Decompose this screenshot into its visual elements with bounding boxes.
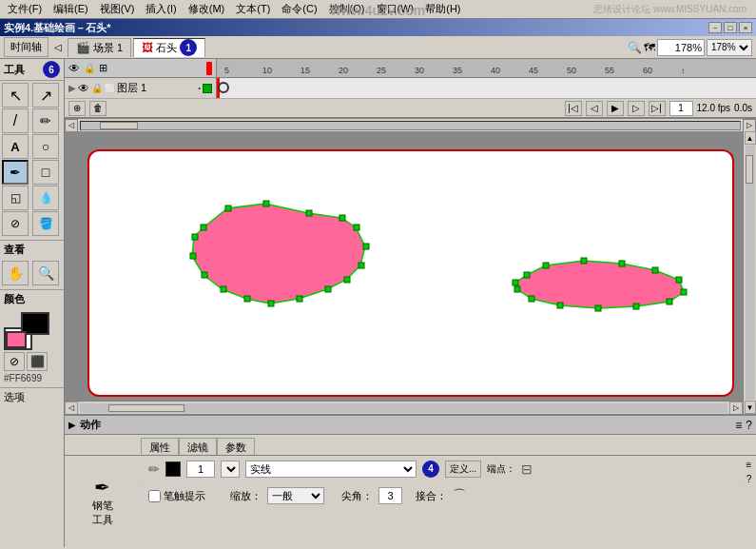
canvas-hscroll-right[interactable]: ▷ <box>729 402 743 415</box>
zoom-input[interactable] <box>657 39 705 56</box>
canvas-vscroll[interactable]: ▲ ▼ <box>743 131 756 414</box>
layer-row: ▶ 👁 🔒 ⬜ 图层 1 • <box>65 78 756 99</box>
menu-insert[interactable]: 插入(I) <box>140 0 182 18</box>
scroll-thumb[interactable] <box>100 122 138 129</box>
ruler-25: 25 <box>377 66 386 75</box>
tab-filters[interactable]: 滤镜 <box>179 438 217 455</box>
pencil-tool[interactable]: ✏ <box>32 108 59 133</box>
menu-file[interactable]: 文件(F) <box>2 0 48 18</box>
cp15 <box>202 272 207 278</box>
view-section-label: 查看 <box>0 240 64 259</box>
scale-select[interactable]: 一般 水平 垂直 <box>267 487 324 504</box>
vscroll-down-button[interactable]: ▼ <box>745 401 756 414</box>
actions-expand-icon[interactable]: ▶ <box>68 420 76 430</box>
tab-params[interactable]: 参数 <box>217 438 255 455</box>
endpoint-icon: ⊟ <box>521 461 533 477</box>
next-frame-button[interactable]: ▷ <box>628 101 645 116</box>
zoom-select[interactable]: 178% 100% 50% <box>707 39 752 56</box>
eraser-tool[interactable]: ◱ <box>2 186 29 210</box>
close-button[interactable]: × <box>739 22 752 33</box>
menu-view[interactable]: 视图(V) <box>94 0 141 18</box>
stroke-color-box[interactable] <box>165 461 181 477</box>
panel-menu-icon[interactable]: ≡ <box>735 419 742 432</box>
add-layer-button[interactable]: ⊕ <box>68 101 86 116</box>
subselect-tool[interactable]: ↗ <box>32 83 59 108</box>
cp7 <box>363 244 369 249</box>
stroke-width-select[interactable]: 1 2 3 <box>221 461 240 478</box>
cpr11 <box>557 303 563 308</box>
cp10 <box>325 286 331 292</box>
text-tool[interactable]: A <box>2 134 29 159</box>
menu-window[interactable]: 窗口(W) <box>371 0 420 18</box>
layer-lock-icon[interactable]: 🔒 <box>91 83 103 93</box>
cp12 <box>268 301 274 306</box>
scroll-left-button[interactable]: ◁ <box>65 119 78 132</box>
prev-frame-button[interactable]: ◁ <box>586 101 603 116</box>
vscroll-track[interactable] <box>746 146 755 400</box>
maximize-button[interactable]: □ <box>724 22 737 33</box>
vscroll-up-button[interactable]: ▲ <box>745 131 756 145</box>
canvas-hscroll-track[interactable] <box>80 403 727 413</box>
canvas-hscroll-left[interactable]: ◁ <box>65 402 78 415</box>
menu-modify[interactable]: 修改(M) <box>183 0 231 18</box>
cpr2 <box>543 263 549 268</box>
tab-shiTou[interactable]: 🖼 石头 1 <box>133 38 205 57</box>
canvas-hscroll[interactable]: ◁ ▷ <box>65 401 743 414</box>
zoom-tool[interactable]: 🔍 <box>32 261 59 285</box>
last-frame-button[interactable]: ▷| <box>649 101 666 116</box>
ruler-10: 10 <box>262 66 272 75</box>
vscroll-thumb[interactable] <box>746 155 753 184</box>
delete-layer-button[interactable]: 🗑 <box>89 101 107 116</box>
keyframe-empty <box>218 82 229 93</box>
inkbottle-tool[interactable]: 🪣 <box>32 211 59 236</box>
canvas-hscroll-thumb[interactable] <box>108 404 184 412</box>
layer-col-header: 👁 🔒 ⊞ <box>65 59 217 77</box>
define-button[interactable]: 定义... <box>445 461 481 478</box>
back-arrow-button[interactable]: ◁ <box>50 40 66 55</box>
stroke-icon: ✏ <box>148 461 160 477</box>
brush-hint-checkbox[interactable] <box>148 490 161 502</box>
hand-tool[interactable]: ✋ <box>2 261 29 285</box>
pen-tool-icon: ✒ <box>94 476 110 499</box>
play-button[interactable]: ▶ <box>607 101 624 116</box>
stroke-style-select[interactable]: 实线 虚线 <box>245 461 417 478</box>
line-tool[interactable]: / <box>2 108 29 133</box>
panel-help-icon[interactable]: ? <box>746 419 752 432</box>
swap-color-btn[interactable]: ⬛ <box>27 352 48 371</box>
scroll-right-button[interactable]: ▷ <box>743 119 756 132</box>
cp8 <box>359 263 364 268</box>
gradient-tool[interactable]: ⊘ <box>2 211 29 236</box>
stroke-width-input[interactable] <box>186 461 215 478</box>
first-frame-button[interactable]: |◁ <box>565 101 582 116</box>
cpr6 <box>676 277 682 283</box>
layer-frame-icon: ⬜ <box>105 84 115 93</box>
select-tool[interactable]: ↖ <box>2 83 29 108</box>
panel-right-icon2[interactable]: ? <box>746 474 752 484</box>
tip-input[interactable] <box>378 487 402 504</box>
layer-frames[interactable] <box>217 78 756 98</box>
ruler-5: 5 <box>224 66 229 75</box>
tab-properties[interactable]: 属性 <box>141 438 179 455</box>
layer-expand-icon[interactable]: ▶ <box>68 83 76 93</box>
pen-tool[interactable]: ✒ <box>2 160 29 185</box>
menu-text[interactable]: 文本(T) <box>230 0 276 18</box>
tab-scene1[interactable]: 🎬 场景 1 <box>68 38 131 57</box>
panel-right-icon1[interactable]: ≡ <box>746 460 752 470</box>
timeline-hscroll[interactable]: ◁ ▷ <box>65 118 756 131</box>
eyedropper-tool[interactable]: 💧 <box>32 186 59 210</box>
right-side: 👁 🔒 ⊞ 5 10 15 20 25 30 <box>65 59 756 547</box>
oval-tool[interactable]: ○ <box>32 134 59 159</box>
rect-tool[interactable]: □ <box>32 160 59 185</box>
layer-eye-icon[interactable]: 👁 <box>78 82 89 95</box>
minimize-button[interactable]: － <box>708 22 722 33</box>
menu-control[interactable]: 控制(O) <box>323 0 371 18</box>
scroll-track[interactable] <box>80 121 741 130</box>
menu-help[interactable]: 帮助(H) <box>419 0 466 18</box>
no-color-btn[interactable]: ⊘ <box>4 352 25 371</box>
active-fill-swatch[interactable] <box>6 331 27 348</box>
brush-hint-label[interactable]: 笔触提示 <box>148 489 205 503</box>
menu-command[interactable]: 命令(C) <box>276 0 322 18</box>
ruler-30: 30 <box>415 66 424 75</box>
menu-edit[interactable]: 编辑(E) <box>48 0 94 18</box>
frame-number-input[interactable] <box>669 101 693 116</box>
